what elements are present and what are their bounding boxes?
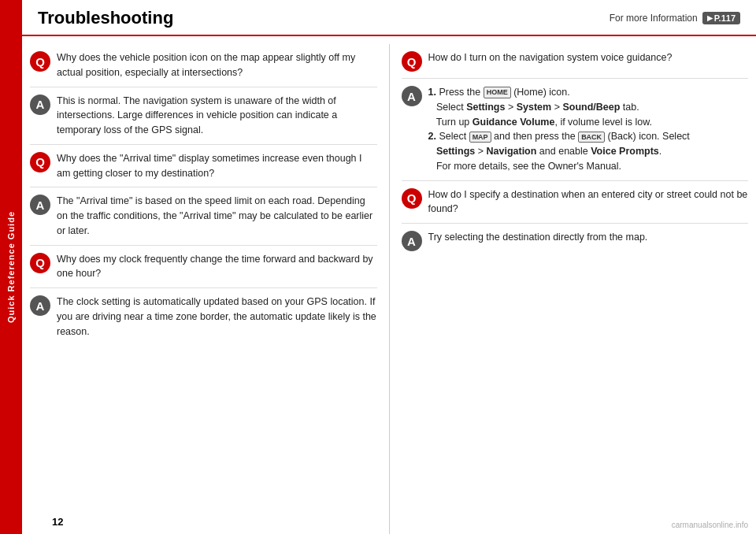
sidebar: Quick Reference Guide <box>0 0 22 534</box>
qa-question-text: Why does the vehicle position icon on th… <box>57 50 377 80</box>
home-button-icon: HOME <box>484 87 511 98</box>
qa-item: A The "Arrival time" is based on the spe… <box>30 187 377 245</box>
qa-item: Q How do I turn on the navigation system… <box>402 44 749 79</box>
qa-question-text: How do I turn on the navigation system v… <box>428 50 749 65</box>
qa-answer-text: 1. Press the HOME (Home) icon. Select Se… <box>428 85 749 174</box>
qa-answer-text: The clock setting is automatically updat… <box>57 295 377 339</box>
content-columns: Q Why does the vehicle position icon on … <box>22 44 756 534</box>
qa-item: A 1. Press the HOME (Home) icon. Select … <box>402 79 749 181</box>
page-ref-badge: P.117 <box>702 12 740 24</box>
qa-answer-text: The "Arrival time" is based on the speed… <box>57 194 377 238</box>
q-icon: Q <box>402 188 422 209</box>
qa-answer-text: Try selecting the destination directly f… <box>428 230 749 245</box>
q-icon: Q <box>30 51 50 72</box>
right-column: Q How do I turn on the navigation system… <box>398 44 749 534</box>
left-column: Q Why does the vehicle position icon on … <box>30 44 390 534</box>
a-icon: A <box>402 231 422 251</box>
a-icon: A <box>30 295 50 316</box>
q-icon: Q <box>30 152 50 172</box>
page-header: Troubleshooting For more Information P.1… <box>22 0 756 36</box>
a-icon: A <box>402 86 422 106</box>
sidebar-label: Quick Reference Guide <box>6 211 16 323</box>
qa-item: A This is normal. The navigation system … <box>30 87 377 145</box>
qa-question-text: Why does the "Arrival time" display some… <box>57 151 377 181</box>
a-icon: A <box>30 195 50 215</box>
qa-item: A Try selecting the destination directly… <box>402 224 749 258</box>
qa-item: A The clock setting is automatically upd… <box>30 288 377 345</box>
qa-item: Q Why does the "Arrival time" display so… <box>30 145 377 188</box>
q-icon: Q <box>402 51 422 72</box>
qa-item: Q How do I specify a destination when an… <box>402 181 749 224</box>
back-button-icon: BACK <box>578 132 605 143</box>
qa-answer-text: This is normal. The navigation system is… <box>57 94 377 138</box>
qa-question-text: Why does my clock frequently change the … <box>57 252 377 282</box>
qa-item: Q Why does the vehicle position icon on … <box>30 44 377 87</box>
main-content: Troubleshooting For more Information P.1… <box>22 0 756 534</box>
q-icon: Q <box>30 253 50 273</box>
a-icon: A <box>30 95 50 115</box>
qa-item: Q Why does my clock frequently change th… <box>30 246 377 289</box>
page-title: Troubleshooting <box>38 8 173 28</box>
watermark: carmanualsonline.info <box>672 521 748 529</box>
page-number: 12 <box>52 516 63 528</box>
header-info: For more Information P.117 <box>610 12 740 24</box>
qa-question-text: How do I specify a destination when an e… <box>428 187 749 217</box>
map-button-icon: MAP <box>469 132 491 143</box>
for-more-info-label: For more Information <box>610 13 698 24</box>
